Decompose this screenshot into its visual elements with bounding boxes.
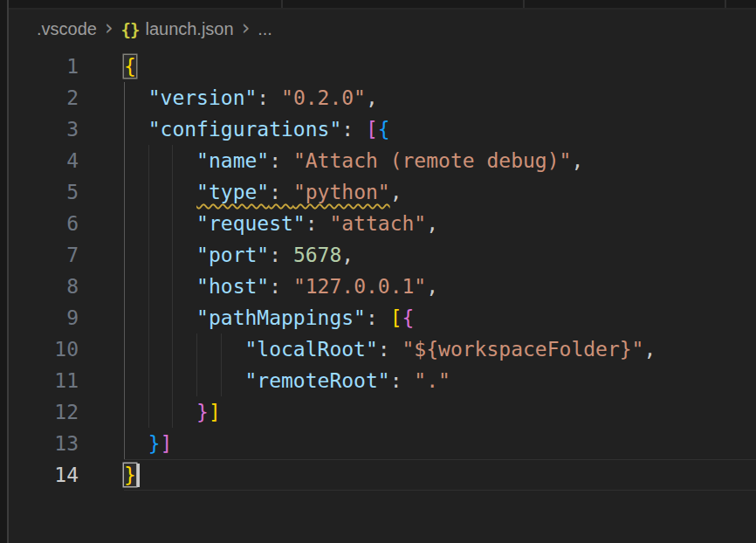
code-token: : [378,338,402,361]
code-token: : [269,244,293,266]
code-line[interactable]: 11 "remoteRoot": "." [9,365,756,396]
code-text[interactable]: }] [124,428,756,459]
code-line[interactable]: 12 }] [9,396,756,428]
code-token [124,306,196,329]
indent-guide [172,145,173,176]
code-token: "127.0.0.1" [293,275,426,298]
line-number[interactable]: 13 [9,428,79,459]
line-number[interactable]: 14 [9,459,79,491]
line-number[interactable]: 6 [9,208,79,239]
code-token: : [269,149,293,172]
code-line[interactable]: 3 "configurations": [{ [9,113,756,145]
indent-guide [172,365,173,396]
code-text[interactable]: "localRoot": "${workspaceFolder}", [124,333,756,365]
code-line[interactable]: 8 "host": "127.0.0.1", [9,271,756,302]
code-line[interactable]: 1{ [9,51,756,82]
indent-guide [124,145,125,176]
code-line[interactable]: 10 "localRoot": "${workspaceFolder}", [9,333,756,365]
tab-bar[interactable] [9,0,756,10]
indent-guide [221,365,222,396]
indent-guide [148,176,149,208]
indent-guide [124,428,125,459]
code-token: "pathMappings" [196,306,366,329]
code-token: "remoteRoot" [244,369,389,392]
code-token: : [269,181,293,203]
code-token: "port" [196,244,269,266]
vscode-window: .vscode › {} launch.json › ... 1{2 "vers… [0,0,756,543]
breadcrumb-folder[interactable]: .vscode [37,19,97,39]
code-text[interactable]: { [124,51,756,82]
code-token: { [378,118,390,141]
line-number[interactable]: 3 [9,113,79,145]
code-token: [ [390,306,402,329]
code-line[interactable]: 13 }] [9,428,756,459]
indent-guide [124,271,125,302]
code-token: , [571,149,583,172]
code-line[interactable]: 14} [9,459,756,491]
code-line[interactable]: 7 "port": 5678, [9,239,756,271]
code-token: : [306,212,330,235]
indent-guide [124,82,125,113]
code-token: { [402,306,415,329]
code-text[interactable]: "version": "0.2.0", [124,82,756,113]
code-token: } [196,401,209,423]
tab-separator [281,0,283,8]
indent-guide [172,208,173,239]
code-token: "type" [196,181,269,203]
code-text[interactable]: "request": "attach", [124,208,756,239]
breadcrumb-symbol[interactable]: ... [258,19,272,39]
code-token: } [124,464,136,486]
code-line[interactable]: 6 "request": "attach", [9,208,756,239]
code-token [124,212,196,235]
line-number[interactable]: 5 [9,176,79,208]
indent-guide [172,333,173,365]
sidebar-edge [0,0,9,543]
code-line[interactable]: 5 "type": "python", [9,176,756,208]
code-token: "name" [196,149,269,172]
line-number[interactable]: 11 [9,365,79,396]
text-cursor [137,464,140,487]
json-file-icon: {} [121,20,140,39]
code-token: { [124,55,136,78]
code-text[interactable]: "name": "Attach (remote debug)", [124,145,756,176]
code-token: : [390,369,415,392]
line-number[interactable]: 4 [9,145,79,176]
line-number[interactable]: 9 [9,302,79,333]
line-number[interactable]: 8 [9,271,79,302]
code-text[interactable]: "pathMappings": [{ [124,302,756,333]
indent-guide [124,333,125,365]
indent-guide [221,333,222,365]
line-number[interactable]: 1 [9,51,79,82]
code-editor[interactable]: 1{2 "version": "0.2.0",3 "configurations… [9,49,756,543]
code-text[interactable]: "remoteRoot": "." [124,365,756,396]
indent-guide [172,239,173,271]
code-line[interactable]: 9 "pathMappings": [{ [9,302,756,333]
indent-guide [172,176,173,208]
code-token [124,369,244,392]
code-line[interactable]: 4 "name": "Attach (remote debug)", [9,145,756,176]
line-number[interactable]: 7 [9,239,79,271]
line-number[interactable]: 2 [9,82,79,113]
code-line[interactable]: 2 "version": "0.2.0", [9,82,756,113]
code-token: "." [414,369,450,392]
indent-guide [124,208,125,239]
indent-guide [172,271,173,302]
line-number[interactable]: 10 [9,333,79,365]
code-token [124,338,244,361]
code-text[interactable]: "host": "127.0.0.1", [124,271,756,302]
code-token [124,275,196,298]
breadcrumb-file[interactable]: launch.json [145,19,233,39]
code-token [124,401,196,423]
indent-guide [196,333,197,365]
code-token [124,432,148,455]
line-number[interactable]: 12 [9,396,79,428]
code-text[interactable]: "configurations": [{ [124,113,756,145]
code-text[interactable]: }] [124,396,756,428]
code-text[interactable]: "port": 5678, [124,239,756,271]
code-text[interactable]: } [124,459,756,491]
indent-guide [124,396,125,428]
code-text[interactable]: "type": "python", [124,176,756,208]
code-token: "attach" [329,212,426,235]
breadcrumb: .vscode › {} launch.json › ... [9,10,756,49]
code-token: [ [366,118,378,141]
